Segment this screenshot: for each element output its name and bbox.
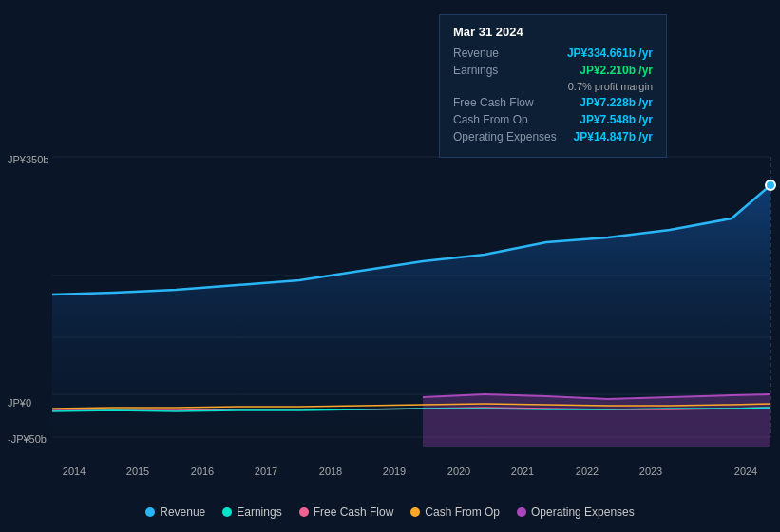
tooltip-cashop-label: Cash From Op [453, 113, 558, 126]
x-label-2024: 2024 [734, 466, 757, 477]
chart-legend: Revenue Earnings Free Cash Flow Cash Fro… [0, 505, 780, 519]
tooltip-opex-value: JP¥14.847b /yr [574, 130, 653, 143]
y-label-bottom: -JP¥50b [8, 433, 47, 445]
x-label-2017: 2017 [255, 466, 277, 477]
x-label-2021: 2021 [511, 466, 534, 477]
legend-dot-opex [517, 507, 526, 517]
tooltip-fcf-row: Free Cash Flow JP¥7.228b /yr [453, 96, 653, 109]
chart-container: JP¥350b JP¥0 -JP¥50b 2014 2015 2016 2017… [0, 0, 780, 532]
x-label-2014: 2014 [63, 466, 86, 477]
y-label-top: JP¥350b [8, 154, 48, 165]
legend-label-earnings: Earnings [237, 505, 281, 519]
legend-dot-revenue [145, 507, 155, 517]
tooltip-cashop-row: Cash From Op JP¥7.548b /yr [453, 113, 653, 126]
x-label-2020: 2020 [447, 466, 470, 477]
tooltip-fcf-value: JP¥7.228b /yr [580, 96, 653, 109]
y-label-mid: JP¥0 [8, 397, 31, 408]
legend-dot-earnings [222, 507, 232, 517]
tooltip-opex-label: Operating Expenses [453, 130, 558, 143]
legend-dot-cashop [410, 507, 420, 517]
legend-item-fcf[interactable]: Free Cash Flow [299, 505, 394, 519]
legend-dot-fcf [299, 507, 309, 517]
x-label-2023: 2023 [639, 466, 662, 477]
legend-item-revenue[interactable]: Revenue [145, 505, 205, 519]
legend-item-opex[interactable]: Operating Expenses [517, 505, 635, 519]
tooltip-revenue-row: Revenue JP¥334.661b /yr [453, 47, 653, 60]
tooltip-box: Mar 31 2024 Revenue JP¥334.661b /yr Earn… [439, 14, 667, 158]
tooltip-revenue-value: JP¥334.661b /yr [567, 47, 653, 60]
tooltip-opex-row: Operating Expenses JP¥14.847b /yr [453, 130, 653, 143]
legend-label-cashop: Cash From Op [425, 505, 500, 519]
tooltip-date: Mar 31 2024 [453, 25, 653, 39]
tooltip-fcf-label: Free Cash Flow [453, 96, 558, 109]
tooltip-earnings-label: Earnings [453, 64, 558, 77]
legend-label-revenue: Revenue [160, 505, 205, 519]
legend-item-cashop[interactable]: Cash From Op [410, 505, 500, 519]
legend-label-fcf: Free Cash Flow [314, 505, 394, 519]
x-label-2019: 2019 [383, 466, 406, 477]
legend-item-earnings[interactable]: Earnings [222, 505, 281, 519]
x-label-2022: 2022 [576, 466, 599, 477]
tooltip-profit-margin: 0.7% profit margin [453, 81, 653, 92]
tooltip-earnings-value: JP¥2.210b /yr [580, 64, 653, 77]
x-label-2016: 2016 [191, 466, 214, 477]
legend-label-opex: Operating Expenses [531, 505, 635, 519]
x-label-2018: 2018 [319, 466, 342, 477]
svg-point-7 [766, 180, 775, 190]
tooltip-earnings-row: Earnings JP¥2.210b /yr [453, 64, 653, 77]
tooltip-cashop-value: JP¥7.548b /yr [580, 113, 653, 126]
tooltip-revenue-label: Revenue [453, 47, 558, 60]
x-label-2015: 2015 [126, 466, 149, 477]
